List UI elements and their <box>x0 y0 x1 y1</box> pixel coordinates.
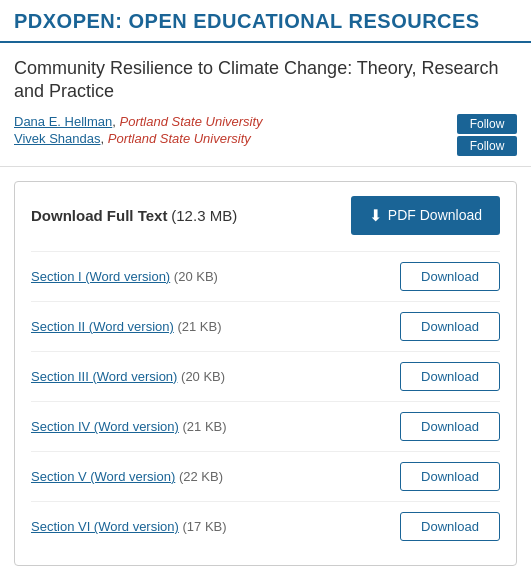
full-text-row: Download Full Text (12.3 MB) ⬇ PDF Downl… <box>31 196 500 235</box>
sections-container: Section I (Word version) (20 KB)Download… <box>31 251 500 551</box>
download-button-5[interactable]: Download <box>400 462 500 491</box>
pdf-download-button[interactable]: ⬇ PDF Download <box>351 196 500 235</box>
section-label-6: Section VI (Word version) (17 KB) <box>31 519 227 534</box>
section-size-6: (17 KB) <box>183 519 227 534</box>
section-size-3: (20 KB) <box>181 369 225 384</box>
section-row-6: Section VI (Word version) (17 KB)Downloa… <box>31 501 500 551</box>
section-label-2: Section II (Word version) (21 KB) <box>31 319 222 334</box>
section-link-6[interactable]: Section VI (Word version) <box>31 519 179 534</box>
download-arrow-icon: ⬇ <box>369 206 382 225</box>
download-panel: Download Full Text (12.3 MB) ⬇ PDF Downl… <box>14 181 517 566</box>
authors-list: Dana E. Hellman, Portland State Universi… <box>14 114 263 146</box>
download-button-4[interactable]: Download <box>400 412 500 441</box>
section-link-5[interactable]: Section V (Word version) <box>31 469 175 484</box>
author-name-1[interactable]: Dana E. Hellman <box>14 114 112 129</box>
section-row-1: Section I (Word version) (20 KB)Download <box>31 251 500 301</box>
follow-buttons: Follow Follow <box>457 114 517 156</box>
section-label-3: Section III (Word version) (20 KB) <box>31 369 225 384</box>
download-button-6[interactable]: Download <box>400 512 500 541</box>
section-row-2: Section II (Word version) (21 KB)Downloa… <box>31 301 500 351</box>
section-row-5: Section V (Word version) (22 KB)Download <box>31 451 500 501</box>
section-size-2: (21 KB) <box>177 319 221 334</box>
section-label-1: Section I (Word version) (20 KB) <box>31 269 218 284</box>
author-line-1: Dana E. Hellman, Portland State Universi… <box>14 114 263 129</box>
full-text-label: Download Full Text (12.3 MB) <box>31 207 237 224</box>
section-size-5: (22 KB) <box>179 469 223 484</box>
article-section: Community Resilience to Climate Change: … <box>0 43 531 167</box>
follow-button-2[interactable]: Follow <box>457 136 517 156</box>
section-row-3: Section III (Word version) (20 KB)Downlo… <box>31 351 500 401</box>
section-label-4: Section IV (Word version) (21 KB) <box>31 419 227 434</box>
section-row-4: Section IV (Word version) (21 KB)Downloa… <box>31 401 500 451</box>
site-title: PDXOPEN: OPEN EDUCATIONAL RESOURCES <box>14 10 517 33</box>
article-title: Community Resilience to Climate Change: … <box>14 57 517 104</box>
section-link-1[interactable]: Section I (Word version) <box>31 269 170 284</box>
section-link-4[interactable]: Section IV (Word version) <box>31 419 179 434</box>
download-button-1[interactable]: Download <box>400 262 500 291</box>
author-affil-1: Portland State University <box>120 114 263 129</box>
follow-button-1[interactable]: Follow <box>457 114 517 134</box>
author-affil-2: Portland State University <box>108 131 251 146</box>
author-line-2: Vivek Shandas, Portland State University <box>14 131 263 146</box>
section-link-3[interactable]: Section III (Word version) <box>31 369 177 384</box>
section-label-5: Section V (Word version) (22 KB) <box>31 469 223 484</box>
authors-row: Dana E. Hellman, Portland State Universi… <box>14 114 517 156</box>
section-size-4: (21 KB) <box>183 419 227 434</box>
section-size-1: (20 KB) <box>174 269 218 284</box>
download-button-3[interactable]: Download <box>400 362 500 391</box>
download-button-2[interactable]: Download <box>400 312 500 341</box>
author-name-2[interactable]: Vivek Shandas <box>14 131 101 146</box>
section-link-2[interactable]: Section II (Word version) <box>31 319 174 334</box>
site-header: PDXOPEN: OPEN EDUCATIONAL RESOURCES <box>0 0 531 43</box>
